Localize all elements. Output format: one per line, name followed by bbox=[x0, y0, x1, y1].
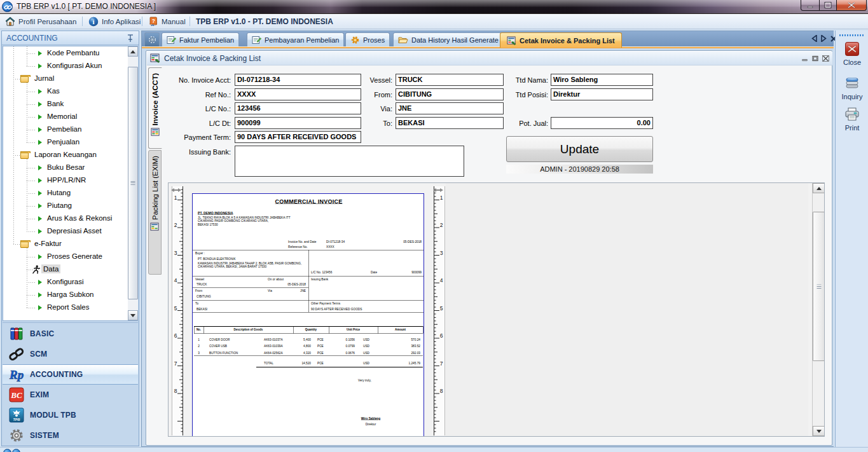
doc-td-part: AK64-02562A bbox=[264, 351, 283, 355]
tree-item-arus-kas-rekonsi[interactable]: Arus Kas & Rekonsi bbox=[3, 212, 128, 225]
tree-item-hpp-lr-nr[interactable]: HPP/LR/NR bbox=[3, 174, 128, 187]
module-button-accounting[interactable]: RpACCOUNTING bbox=[3, 364, 138, 385]
svg-text:2: 2 bbox=[440, 222, 443, 228]
tree-item-label: Data bbox=[41, 264, 60, 273]
doc-from: CIBITUNG bbox=[196, 294, 211, 298]
vessel-field[interactable]: TRUCK bbox=[396, 74, 504, 86]
tree-item-depresiasi-asset[interactable]: Depresiasi Asset bbox=[3, 225, 128, 238]
module-button-basic[interactable]: BASIC bbox=[3, 324, 138, 344]
tree-item-konfigurasi-akun[interactable]: Konfigurasi Akun bbox=[3, 60, 128, 72]
doc-reference-no: XXXX bbox=[326, 245, 334, 249]
print-tool-button[interactable]: Print bbox=[836, 107, 868, 132]
tree-item-label: Pembelian bbox=[45, 125, 83, 134]
tab-cetak-invoice-packing-list[interactable]: Cetak Invoice & Packing List bbox=[500, 32, 622, 48]
tree-scroll-down-button[interactable] bbox=[128, 310, 138, 320]
docwindow-minimize-icon[interactable] bbox=[802, 55, 809, 62]
doc-td-uom: PCE bbox=[317, 345, 324, 348]
tree-item-jurnal[interactable]: Jurnal bbox=[3, 72, 128, 85]
tree-guide-line bbox=[27, 92, 35, 92]
tree-item-memorial[interactable]: Memorial bbox=[3, 111, 128, 123]
module-list: BASICSCMRpACCOUNTINGBCEXIMTPBMODUL TPBSI… bbox=[3, 322, 138, 446]
tab-scroll-left-icon[interactable] bbox=[811, 35, 817, 42]
tree-item-kode-pembantu[interactable]: Kode Pembantu bbox=[3, 47, 128, 60]
tree-item-bank[interactable]: Bank bbox=[3, 98, 128, 111]
ttd-posisi-field[interactable]: Direktur bbox=[551, 88, 653, 100]
tree-item-penjualan[interactable]: Penjualan bbox=[3, 136, 128, 149]
svg-text:5: 5 bbox=[174, 305, 177, 312]
preview-scroll-thumb[interactable] bbox=[813, 212, 825, 361]
sidebar-header-label: ACCOUNTING bbox=[6, 34, 58, 43]
doc-td-qty: 5,400 bbox=[288, 338, 311, 341]
tree-item-data[interactable]: Data bbox=[3, 263, 128, 276]
doc-signature-name: Wiro Sableng bbox=[339, 416, 403, 420]
module-button-sistem[interactable]: SISTEM bbox=[3, 425, 138, 446]
ttd-nama-field[interactable]: Wiro Sableng bbox=[551, 74, 653, 86]
tree-item-konfigurasi[interactable]: Konfigurasi bbox=[3, 276, 128, 289]
tab-proses[interactable]: Proses bbox=[345, 32, 390, 46]
tab-pembayaran-pembelian[interactable]: Pembayaran Pembelian bbox=[247, 32, 344, 46]
minimize-button[interactable] bbox=[801, 0, 819, 11]
preview-scrollbar[interactable] bbox=[812, 183, 824, 436]
toolbar-item-info-aplikasi[interactable]: i Info Aplikasi bbox=[86, 15, 143, 27]
vtab-packing-list-exim[interactable]: Packing List (EXIM) bbox=[148, 150, 162, 275]
toolbar-item-manual[interactable]: ? Manual bbox=[146, 15, 188, 27]
close-button[interactable] bbox=[837, 0, 867, 11]
issuing-bank-field[interactable] bbox=[235, 146, 464, 177]
module-button-exim[interactable]: BCEXIM bbox=[3, 385, 138, 405]
tree-item-report-sales[interactable]: Report Sales bbox=[3, 301, 128, 314]
toolbar-item-profil-perusahaan[interactable]: Profil Perusahaan bbox=[3, 15, 79, 27]
tree-item-laporan-keuangan[interactable]: Laporan Keuangan bbox=[3, 149, 128, 161]
tab-data-history-hasil-generate[interactable]: Data History Hasil Generate bbox=[393, 32, 504, 46]
inquiry-tool-button[interactable]: Inquiry bbox=[836, 76, 868, 100]
update-button[interactable]: Update bbox=[506, 136, 653, 162]
tree-item-label: Kode Pembantu bbox=[45, 48, 101, 57]
doc-td-desc: COVER USB bbox=[209, 345, 227, 348]
pot-jual-field[interactable]: 0.00 bbox=[551, 117, 653, 129]
tree-item-pembelian[interactable]: Pembelian bbox=[3, 123, 128, 136]
tree-scroll-thumb[interactable] bbox=[128, 67, 138, 299]
doc-td-amount: 383.52 bbox=[396, 345, 420, 348]
preview-scroll-up-button[interactable] bbox=[813, 183, 825, 193]
tree-item-piutang[interactable]: Piutang bbox=[3, 200, 128, 212]
doc-via: JNE bbox=[285, 289, 306, 292]
title-bar: TPB ERP v1.0 [ PT. DEMO INDONESIA ] bbox=[0, 0, 868, 13]
tree-scroll-up-button[interactable] bbox=[128, 46, 138, 57]
pin-icon[interactable] bbox=[127, 34, 134, 43]
close-tool-button[interactable]: Close bbox=[836, 41, 868, 66]
toolbar-drag-handle[interactable] bbox=[839, 34, 865, 36]
tab-label: Data History Hasil Generate bbox=[411, 36, 499, 44]
tab-scroll-right-icon[interactable] bbox=[821, 35, 827, 42]
via-field[interactable]: JNE bbox=[396, 102, 504, 114]
tree-item-label: Proses Generate bbox=[45, 252, 104, 261]
rupiah-icon: Rp bbox=[9, 367, 24, 382]
module-button-scm[interactable]: SCM bbox=[3, 344, 138, 364]
payment-term-field[interactable]: 90 DAYS AFTER RECEIVED GOODS bbox=[235, 131, 361, 143]
leaf-arrow-icon bbox=[38, 165, 42, 170]
tree-item-hutang[interactable]: Hutang bbox=[3, 187, 128, 200]
tab-navigation bbox=[811, 35, 837, 42]
tree-item-kas[interactable]: Kas bbox=[3, 85, 128, 98]
docwindow-close-icon[interactable] bbox=[822, 55, 829, 62]
accounting-tree: Kode PembantuKonfigurasi AkunJurnalKasBa… bbox=[3, 46, 138, 321]
maximize-button[interactable] bbox=[819, 0, 837, 11]
tree-guide-line bbox=[27, 257, 35, 257]
preview-scroll-down-button[interactable] bbox=[813, 426, 825, 436]
doc-otherterms-label: Other Payment Terms bbox=[311, 301, 340, 305]
doc-td-uom: PCE bbox=[317, 338, 324, 341]
tree-scrollbar[interactable] bbox=[128, 46, 138, 320]
tree-item-harga-subkon[interactable]: Harga Subkon bbox=[3, 289, 128, 301]
module-button-modul-tpb[interactable]: TPBMODUL TPB bbox=[3, 405, 138, 425]
doc-vessel: TRUCK bbox=[196, 282, 207, 286]
to-field[interactable]: BEKASI bbox=[396, 117, 504, 129]
cetak-invoice-window: Cetak Invoice & Packing List Invoice (AC… bbox=[146, 50, 832, 446]
vtab-invoice-acct[interactable]: Invoice (ACCT) bbox=[148, 67, 162, 149]
tree-item-proses-generate[interactable]: Proses Generate bbox=[3, 250, 128, 263]
tab-faktur-pembelian[interactable]: Faktur Pembelian bbox=[162, 32, 239, 46]
from-field[interactable]: CIBITUNG bbox=[396, 88, 504, 100]
tree-item-buku-besar[interactable]: Buku Besar bbox=[3, 161, 128, 174]
tab-menu-gear[interactable] bbox=[144, 32, 160, 46]
vtab-label: Invoice (ACCT) bbox=[151, 73, 159, 125]
tree-item-e-faktur[interactable]: e-Faktur bbox=[3, 238, 128, 250]
invoice-page: COMMERCIAL INVOICEPT. DEMO INDONESIAJL. … bbox=[192, 193, 424, 437]
docwindow-restore-icon[interactable] bbox=[812, 55, 819, 62]
